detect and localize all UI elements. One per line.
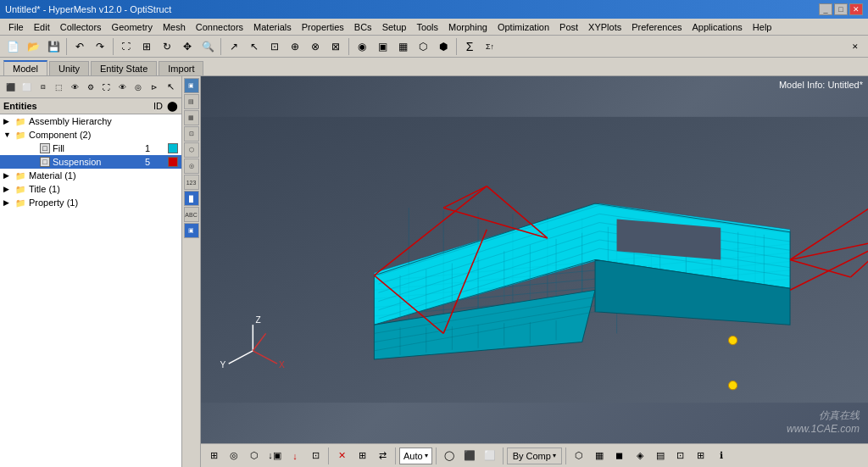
menu-optimization[interactable]: Optimization bbox=[492, 20, 554, 34]
bt-down-arrow[interactable]: ↓ bbox=[286, 447, 304, 465]
lt-cursor-btn[interactable]: ↖ bbox=[163, 78, 178, 97]
expand-icon[interactable]: ▶ bbox=[3, 117, 12, 125]
tree-fill-component[interactable]: ▶ □ Fill 1 bbox=[0, 142, 181, 155]
menu-bcs[interactable]: BCs bbox=[349, 20, 377, 34]
bt-replace[interactable]: ⊞ bbox=[353, 447, 371, 465]
bt-mesh2[interactable]: ▦ bbox=[590, 447, 609, 465]
viewport-canvas[interactable]: Model Info: Untitled* bbox=[201, 76, 868, 443]
bycomp-button[interactable]: By Comp ▾ bbox=[507, 448, 562, 464]
menu-connectors[interactable]: Connectors bbox=[191, 20, 248, 34]
open-btn[interactable]: 📂 bbox=[24, 37, 42, 56]
side-btn-5[interactable]: ⬡ bbox=[184, 142, 199, 158]
bt-mesh3[interactable]: ◼ bbox=[610, 447, 629, 465]
side-btn-6[interactable]: ◎ bbox=[184, 158, 199, 174]
expand-icon[interactable]: ▶ bbox=[3, 198, 12, 207]
side-btn-10[interactable]: ▣ bbox=[184, 223, 199, 238]
tab-import[interactable]: Import bbox=[159, 61, 203, 75]
arrow2-btn[interactable]: ↖ bbox=[245, 37, 264, 56]
close-panel-btn[interactable]: ✕ bbox=[846, 37, 865, 56]
tb-btn11[interactable]: ▦ bbox=[393, 37, 412, 56]
bt-view5[interactable]: ⊡ bbox=[306, 447, 325, 465]
menu-setup[interactable]: Setup bbox=[377, 20, 412, 34]
menu-edit[interactable]: Edit bbox=[29, 20, 55, 34]
lt-btn2[interactable]: ⬜ bbox=[19, 78, 35, 97]
bt-mesh7[interactable]: ⊞ bbox=[692, 447, 710, 465]
tb-btn8[interactable]: ⊠ bbox=[326, 37, 345, 56]
menu-geometry[interactable]: Geometry bbox=[107, 20, 158, 34]
bt-info[interactable]: ℹ bbox=[712, 447, 731, 465]
tree-material-group[interactable]: ▶ 📁 Material (1) bbox=[0, 169, 181, 182]
bt-solid[interactable]: ⬛ bbox=[460, 447, 479, 465]
maximize-btn[interactable]: □ bbox=[834, 3, 848, 15]
tree-assembly-hierarchy[interactable]: ▶ 📁 Assembly Hierarchy bbox=[0, 114, 181, 128]
bt-circle[interactable]: ◯ bbox=[440, 447, 459, 465]
side-btn-8[interactable]: █ bbox=[184, 191, 199, 206]
tb-btn9[interactable]: ◉ bbox=[353, 37, 371, 56]
tb-btn15[interactable]: Σ↑ bbox=[481, 37, 499, 56]
bt-mesh1[interactable]: ⬡ bbox=[570, 447, 588, 465]
tb-btn10[interactable]: ▣ bbox=[373, 37, 392, 56]
side-btn-active[interactable]: ▣ bbox=[184, 78, 199, 93]
tree-suspension-component[interactable]: ▶ □ Suspension 5 bbox=[0, 155, 181, 169]
save-btn[interactable]: 💾 bbox=[44, 37, 63, 56]
pan-btn[interactable]: ✥ bbox=[178, 37, 197, 56]
bt-view1[interactable]: ⊞ bbox=[204, 447, 223, 465]
bt-outline[interactable]: ⬜ bbox=[481, 447, 499, 465]
zoom-btn[interactable]: 🔍 bbox=[198, 37, 217, 56]
menu-help[interactable]: Help bbox=[748, 20, 777, 34]
side-btn-9[interactable]: ABC bbox=[184, 207, 199, 222]
menu-applications[interactable]: Applications bbox=[687, 20, 748, 34]
tab-entity-state[interactable]: Entity State bbox=[91, 61, 157, 75]
bt-mesh4[interactable]: ◈ bbox=[631, 447, 649, 465]
lt-btn10[interactable]: ⊳ bbox=[147, 78, 162, 97]
menu-mesh[interactable]: Mesh bbox=[158, 20, 191, 34]
window-controls[interactable]: _ □ ✕ bbox=[819, 3, 863, 15]
tb-btn12[interactable]: ⬡ bbox=[414, 37, 432, 56]
redo-btn[interactable]: ↷ bbox=[91, 37, 109, 56]
fit-btn[interactable]: ⛶ bbox=[117, 37, 136, 56]
lt-btn6[interactable]: ⚙ bbox=[83, 78, 98, 97]
tree-component-group[interactable]: ▼ 📁 Component (2) bbox=[0, 128, 181, 142]
new-btn[interactable]: 📄 bbox=[3, 37, 22, 56]
tab-unity[interactable]: Unity bbox=[49, 61, 89, 75]
tb-btn6[interactable]: ⊕ bbox=[286, 37, 304, 56]
expand-icon[interactable]: ▶ bbox=[3, 171, 12, 180]
lt-btn4[interactable]: ⬚ bbox=[51, 78, 66, 97]
bt-mesh6[interactable]: ⊡ bbox=[671, 447, 690, 465]
tb-btn14[interactable]: Σ bbox=[460, 37, 479, 56]
lt-btn7[interactable]: ⛶ bbox=[99, 78, 114, 97]
bt-view3[interactable]: ⬡ bbox=[245, 447, 264, 465]
expand-icon[interactable]: ▼ bbox=[3, 131, 12, 139]
menu-file[interactable]: File bbox=[3, 20, 29, 34]
tree-property-group[interactable]: ▶ 📁 Property (1) bbox=[0, 196, 181, 209]
bt-view2[interactable]: ◎ bbox=[225, 447, 243, 465]
side-btn-4[interactable]: ⊡ bbox=[184, 126, 199, 142]
side-btn-3[interactable]: ▦ bbox=[184, 110, 199, 125]
tb-btn13[interactable]: ⬢ bbox=[434, 37, 453, 56]
suspension-color-box[interactable] bbox=[168, 157, 178, 167]
bt-mesh5[interactable]: ▤ bbox=[651, 447, 670, 465]
lt-btn9[interactable]: ◎ bbox=[131, 78, 147, 97]
menu-preferences[interactable]: Preferences bbox=[626, 20, 687, 34]
menu-post[interactable]: Post bbox=[554, 20, 583, 34]
lt-btn1[interactable]: ⬛ bbox=[3, 78, 19, 97]
minimize-btn[interactable]: _ bbox=[819, 3, 832, 15]
lt-btn5[interactable]: 👁 bbox=[67, 78, 82, 97]
menu-properties[interactable]: Properties bbox=[297, 20, 349, 34]
menu-xyplots[interactable]: XYPlots bbox=[583, 20, 626, 34]
select-btn[interactable]: ⊞ bbox=[137, 37, 156, 56]
auto-dropdown[interactable]: Auto ▾ bbox=[399, 448, 432, 464]
tb-btn7[interactable]: ⊗ bbox=[306, 37, 325, 56]
rotate-btn[interactable]: ↻ bbox=[158, 37, 176, 56]
menu-tools[interactable]: Tools bbox=[411, 20, 443, 34]
tree-title-group[interactable]: ▶ 📁 Title (1) bbox=[0, 182, 181, 196]
fill-color-box[interactable] bbox=[168, 143, 178, 153]
entity-tree[interactable]: ▶ 📁 Assembly Hierarchy ▼ 📁 Component (2)… bbox=[0, 114, 181, 467]
menu-materials[interactable]: Materials bbox=[248, 20, 297, 34]
side-btn-7[interactable]: 123 bbox=[184, 175, 199, 190]
lt-btn3[interactable]: ⧈ bbox=[36, 78, 51, 97]
arrow-btn[interactable]: ↗ bbox=[225, 37, 243, 56]
side-btn-2[interactable]: ▤ bbox=[184, 94, 199, 109]
close-btn[interactable]: ✕ bbox=[849, 3, 863, 15]
menu-collectors[interactable]: Collectors bbox=[55, 20, 107, 34]
